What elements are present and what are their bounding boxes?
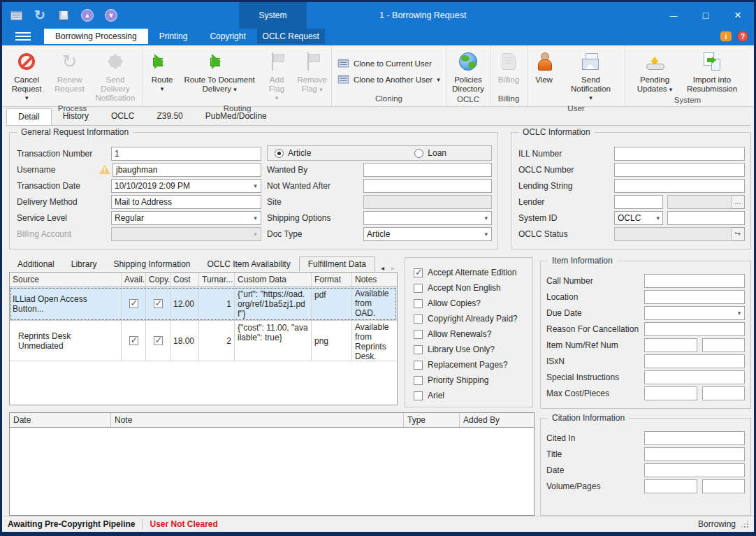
route-to-document-delivery-button[interactable]: Route To DocumentDelivery ▾ (180, 48, 259, 104)
available-checkbox[interactable] (129, 299, 138, 308)
chevron-down-icon[interactable]: ▾ (480, 212, 491, 224)
allow-copies-checkbox[interactable] (414, 299, 423, 308)
tab-printing[interactable]: Printing (148, 29, 199, 44)
tab-library[interactable]: Library (63, 257, 106, 272)
lending-string-field[interactable] (615, 180, 744, 192)
max-cost-field[interactable] (645, 387, 697, 400)
system-id-value-field[interactable] (668, 212, 744, 224)
oclc-status-open-button[interactable]: ↪ (732, 227, 745, 241)
send-notification-button[interactable]: Send Notification▾ (559, 48, 623, 104)
copy-checkbox[interactable] (154, 299, 163, 308)
notes-grid-body[interactable] (10, 428, 534, 515)
priority-shipping-checkbox[interactable] (414, 376, 423, 385)
location-field[interactable] (645, 291, 744, 303)
help-icon[interactable]: ? (737, 31, 748, 42)
col-turnaround[interactable]: Turnar... (199, 273, 235, 287)
col-format[interactable]: Format (312, 273, 352, 287)
chevron-down-icon[interactable]: ▾ (734, 307, 744, 319)
username-field[interactable] (113, 164, 261, 176)
article-radio[interactable] (275, 149, 284, 158)
maximize-button[interactable]: □ (690, 2, 722, 29)
loan-radio[interactable] (414, 149, 423, 158)
chevron-down-icon[interactable]: ▾ (480, 228, 491, 240)
copy-checkbox[interactable] (154, 336, 163, 345)
tip-balloon-icon[interactable]: i (720, 31, 732, 41)
renew-request-button[interactable]: ↻ Renew Request (50, 48, 89, 104)
resize-grip[interactable] (741, 521, 748, 528)
pieces-field[interactable] (703, 387, 744, 400)
close-button[interactable]: × (722, 2, 754, 29)
minimize-button[interactable]: — (657, 2, 690, 29)
tab-oclc-request[interactable]: OCLC Request (257, 29, 325, 44)
import-into-resubmission-button[interactable]: Import intoResubmission (682, 48, 742, 96)
table-row[interactable]: ILLiad Open Access Button... 12.00 1 {"u… (10, 287, 397, 321)
col-available[interactable]: Avail... (122, 273, 146, 287)
accept-non-english-checkbox[interactable] (414, 284, 423, 293)
col-date[interactable]: Date (10, 413, 111, 427)
ariel-checkbox[interactable] (414, 391, 423, 400)
call-number-field[interactable] (645, 275, 744, 287)
refresh-icon[interactable]: ↻ (33, 8, 47, 22)
chevron-down-icon[interactable]: ▾ (653, 212, 662, 224)
due-date-field[interactable] (645, 307, 734, 319)
oclc-number-field[interactable] (615, 164, 744, 176)
ill-number-field[interactable] (615, 147, 744, 160)
library-use-only-checkbox[interactable] (414, 345, 423, 354)
remove-flag-button[interactable]: RemoveFlag ▾ (294, 48, 330, 104)
tab-shipping-information[interactable]: Shipping Information (105, 257, 198, 272)
delivery-method-field[interactable] (112, 196, 261, 208)
tab-scroll-left-icon[interactable]: ◂ (381, 264, 384, 272)
special-instructions-field[interactable] (645, 371, 744, 384)
wanted-by-field[interactable] (364, 164, 491, 176)
tab-borrowing-processing[interactable]: Borrowing Processing (44, 29, 148, 44)
tab-pubmed-docline[interactable]: PubMed/Docline (194, 108, 278, 125)
col-type[interactable]: Type (404, 413, 460, 427)
col-copy[interactable]: Copy... (146, 273, 170, 287)
clone-to-current-user-button[interactable]: Clone to Current User (337, 59, 444, 68)
shipping-options-field[interactable] (364, 212, 480, 224)
view-user-button[interactable]: View (530, 48, 559, 104)
copyright-already-paid-checkbox[interactable] (414, 314, 423, 324)
allow-renewals-checkbox[interactable] (414, 330, 423, 339)
isxn-field[interactable] (645, 355, 744, 368)
tab-oclc-item-availability[interactable]: OCLC Item Availability (198, 257, 298, 272)
tab-z3950[interactable]: Z39.50 (145, 108, 194, 125)
tab-detail[interactable]: Detail (6, 108, 52, 125)
volume-field[interactable] (645, 480, 697, 493)
col-notes[interactable]: Notes (352, 273, 397, 287)
col-source[interactable]: Source (10, 273, 122, 287)
tab-copyright[interactable]: Copyright (198, 29, 256, 44)
doc-type-field[interactable] (364, 228, 480, 240)
lender-browse-button[interactable]: ... (732, 195, 745, 209)
route-up-icon[interactable]: ▲ (80, 8, 94, 22)
tab-additional[interactable]: Additional (9, 257, 63, 272)
col-cost[interactable]: Cost (170, 273, 199, 287)
tab-fulfillment-data[interactable]: Fulfillment Data (299, 256, 375, 272)
service-level-field[interactable] (112, 212, 249, 224)
tab-history[interactable]: History (52, 108, 100, 125)
pages-field[interactable] (703, 480, 744, 493)
chevron-down-icon[interactable]: ▾ (249, 212, 261, 224)
cited-in-field[interactable] (645, 432, 744, 444)
form-icon[interactable] (9, 8, 23, 22)
transaction-date-field[interactable] (112, 180, 249, 192)
replacement-pages-checkbox[interactable] (414, 361, 423, 370)
citation-title-field[interactable] (645, 448, 744, 461)
pending-updates-button[interactable]: PendingUpdates ▾ (633, 48, 676, 96)
policies-directory-button[interactable]: PoliciesDirectory (448, 48, 488, 95)
citation-date-field[interactable] (645, 464, 744, 477)
system-id-select[interactable] (615, 212, 653, 224)
route-button[interactable]: Route▾ (145, 48, 180, 104)
ref-num-field[interactable] (703, 339, 744, 352)
available-checkbox[interactable] (129, 336, 138, 345)
col-added-by[interactable]: Added By (460, 413, 534, 427)
add-flag-button[interactable]: Add Flag▾ (259, 48, 294, 104)
accept-alternate-edition-checkbox[interactable] (414, 268, 423, 277)
col-custom-data[interactable]: Custom Data (235, 273, 312, 287)
lender-field[interactable] (615, 196, 662, 208)
tab-oclc[interactable]: OCLC (100, 108, 145, 125)
reason-for-cancellation-field[interactable] (645, 323, 744, 335)
chevron-down-icon[interactable]: ▾ (249, 180, 261, 192)
save-icon[interactable] (57, 8, 71, 22)
billing-button[interactable]: Billing (492, 48, 525, 94)
